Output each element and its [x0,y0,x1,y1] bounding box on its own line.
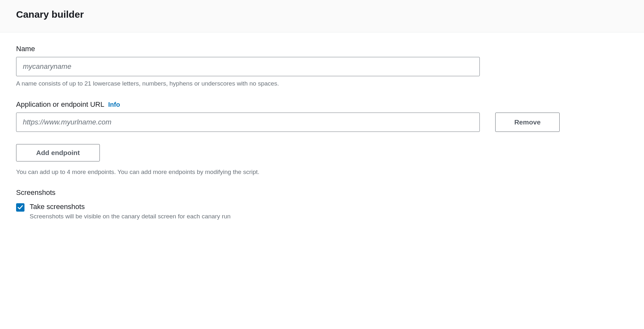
screenshots-checkbox-row: Take screenshots Screenshots will be vis… [16,203,628,220]
page-title: Canary builder [16,9,628,20]
url-field-group: Application or endpoint URL Info Remove [16,100,628,132]
url-label-row: Application or endpoint URL Info [16,100,628,109]
name-label: Name [16,45,628,53]
checkmark-icon [17,205,23,210]
screenshots-heading: Screenshots [16,188,628,197]
url-input-row: Remove [16,113,628,132]
name-field-group: Name A name consists of up to 21 lowerca… [16,45,628,88]
take-screenshots-checkbox[interactable] [16,203,24,212]
add-endpoint-helper: You can add up to 4 more endpoints. You … [16,168,628,177]
form-content: Name A name consists of up to 21 lowerca… [0,32,644,232]
info-link[interactable]: Info [108,101,120,108]
name-input[interactable] [16,57,480,76]
page-header: Canary builder [0,0,644,32]
remove-button[interactable]: Remove [495,113,560,132]
url-input[interactable] [16,113,480,132]
take-screenshots-helper: Screenshots will be visible on the canar… [30,213,231,220]
url-label: Application or endpoint URL [16,100,104,109]
name-helper-text: A name consists of up to 21 lowercase le… [16,79,628,88]
take-screenshots-label: Take screenshots [30,203,231,211]
add-endpoint-group: Add endpoint You can add up to 4 more en… [16,144,628,177]
screenshots-group: Screenshots Take screenshots Screenshots… [16,188,628,220]
checkbox-content: Take screenshots Screenshots will be vis… [30,203,231,220]
add-endpoint-button[interactable]: Add endpoint [16,144,100,161]
